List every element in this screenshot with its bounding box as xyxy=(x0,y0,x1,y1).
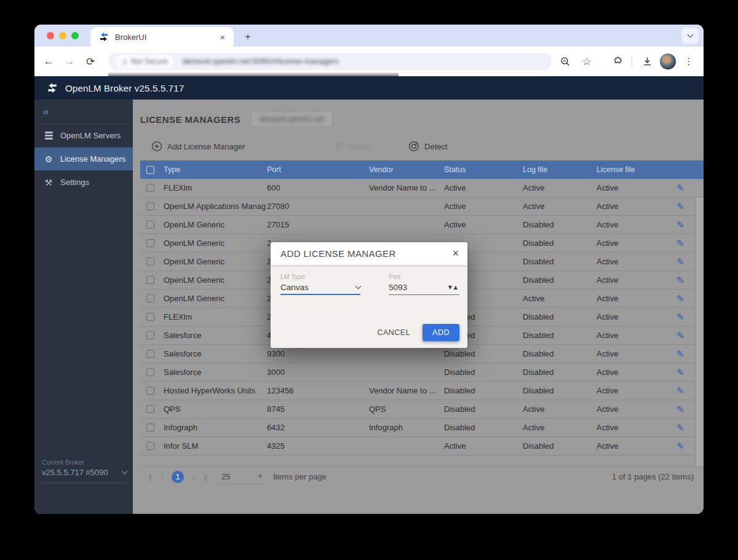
cell-status: Active xyxy=(444,441,523,451)
cell-logfile: Active xyxy=(523,202,597,211)
cell-port: 600 xyxy=(267,183,369,192)
cell-type: QPS xyxy=(164,404,267,414)
extensions-icon[interactable] xyxy=(608,53,625,70)
row-checkbox[interactable] xyxy=(146,221,154,229)
number-spinner-icons[interactable]: ▼▲ xyxy=(448,285,459,290)
bookmark-star-icon[interactable]: ☆ xyxy=(578,53,595,70)
browser-toolbar: ← → ⟳ ⚠ Not Secure demov4.openlm.net:509… xyxy=(34,47,704,76)
row-checkbox[interactable] xyxy=(146,350,154,358)
table-row[interactable]: QPS 8745 QPS Disabled Active Active ✎ xyxy=(140,400,704,419)
zoom-out-icon[interactable] xyxy=(557,53,574,70)
row-checkbox[interactable] xyxy=(146,424,154,432)
table-row[interactable]: Infograph 6432 Infograph Disabled Active… xyxy=(140,419,704,437)
first-page-button[interactable]: |‹ xyxy=(149,472,153,481)
tab-search-button[interactable] xyxy=(681,28,699,44)
dialog-title: ADD LICENSE MANAGER xyxy=(280,248,452,259)
cell-logfile: Disabled xyxy=(523,220,597,229)
table-scrollbar-track[interactable] xyxy=(696,197,704,467)
sidebar-item-license-managers[interactable]: ⚙ License Managers xyxy=(34,148,133,171)
row-checkbox[interactable] xyxy=(146,294,154,302)
column-header-vendor[interactable]: Vendor xyxy=(369,165,444,174)
current-page-badge[interactable]: 1 xyxy=(172,471,184,483)
url-text: demov4.openlm.net:5090/#/license-manager… xyxy=(183,57,339,66)
cell-vendor: Vendor Name to ... xyxy=(369,386,444,395)
cancel-button[interactable]: CANCEL xyxy=(377,328,410,337)
row-checkbox[interactable] xyxy=(146,239,154,247)
delete-button[interactable]: Delete xyxy=(333,141,371,152)
column-header-type[interactable]: Type xyxy=(164,165,267,174)
row-checkbox[interactable] xyxy=(146,405,154,413)
last-page-button[interactable]: ›| xyxy=(203,472,207,481)
profile-avatar[interactable] xyxy=(660,53,676,69)
sidebar-item-openlm-servers[interactable]: OpenLM Servers xyxy=(34,124,133,148)
cell-logfile: Disabled xyxy=(523,368,597,377)
lm-type-value: Canvas xyxy=(280,283,309,292)
traffic-lights xyxy=(47,32,79,39)
row-checkbox[interactable] xyxy=(146,276,154,284)
column-header-status[interactable]: Status xyxy=(444,165,523,174)
edit-pencil-icon[interactable]: ✎ xyxy=(676,183,704,194)
cell-licensefile: Active xyxy=(597,312,676,321)
forward-button[interactable]: → xyxy=(59,55,80,68)
close-window-button[interactable] xyxy=(47,32,54,39)
cell-type: OpenLM Generic xyxy=(164,275,267,285)
detect-button[interactable]: Detect xyxy=(408,141,448,152)
table-row[interactable]: FLEXlm 600 Vendor Name to ... Active Act… xyxy=(140,179,704,197)
column-header-licensefile[interactable]: License file xyxy=(597,165,676,174)
row-checkbox[interactable] xyxy=(146,387,154,395)
delete-label: Delete xyxy=(348,142,371,151)
row-checkbox[interactable] xyxy=(146,442,154,450)
column-header-port[interactable]: Port xyxy=(267,165,369,174)
cell-port: 4325 xyxy=(267,441,369,451)
row-checkbox[interactable] xyxy=(146,331,154,339)
add-license-manager-button[interactable]: Add License Manager xyxy=(151,141,245,152)
row-checkbox[interactable] xyxy=(146,368,154,376)
cell-logfile: Disabled xyxy=(523,331,597,340)
next-page-button[interactable]: › xyxy=(192,472,194,481)
current-broker-select[interactable]: Current Broker v25.5.5.717 #5090 xyxy=(42,459,127,483)
row-checkbox[interactable] xyxy=(146,184,154,192)
port-field[interactable]: Port 5093 ▼▲ xyxy=(389,273,459,295)
sidebar-item-settings[interactable]: ⚒ Settings xyxy=(34,171,133,194)
gear-icon: ⚙ xyxy=(43,154,54,164)
toolbar-separator xyxy=(632,56,632,67)
add-button[interactable]: ADD xyxy=(423,324,459,341)
page-size-select[interactable]: 25 ▼ xyxy=(220,470,263,484)
minimize-window-button[interactable] xyxy=(59,32,66,39)
cell-vendor: Vendor Name to ... xyxy=(369,183,444,192)
dialog-close-icon[interactable]: × xyxy=(452,247,459,260)
not-secure-chip[interactable]: ⚠ Not Secure xyxy=(116,55,174,68)
row-checkbox[interactable] xyxy=(146,258,154,266)
cell-licensefile: Active xyxy=(597,275,676,285)
address-bar[interactable]: ⚠ Not Secure demov4.openlm.net:5090/#/li… xyxy=(108,53,552,70)
lm-type-field[interactable]: LM Type Canvas xyxy=(280,273,360,295)
screenshot-canvas: BrokerUI × + ← → ⟳ ⚠ Not Secure demov4.o… xyxy=(0,0,738,560)
cell-status: Disabled xyxy=(444,368,523,377)
sidebar-item-label: License Managers xyxy=(60,154,125,164)
cell-status: Disabled xyxy=(444,349,523,358)
maximize-window-button[interactable] xyxy=(71,32,79,39)
prev-page-button[interactable]: ‹ xyxy=(161,472,163,481)
back-button[interactable]: ← xyxy=(38,55,59,68)
cell-type: Salesforce xyxy=(164,331,267,340)
reload-button[interactable]: ⟳ xyxy=(80,55,101,68)
sidebar-collapse-button[interactable]: « xyxy=(34,100,133,124)
table-row[interactable]: Hosted HyperWorks Units 123456 Vendor Na… xyxy=(140,382,704,400)
tab-close-icon[interactable]: × xyxy=(217,32,228,42)
row-checkbox[interactable] xyxy=(146,313,154,321)
add-license-manager-dialog: ADD LICENSE MANAGER × LM Type Canvas Por… xyxy=(271,242,467,348)
downloads-icon[interactable] xyxy=(638,53,656,70)
browser-menu-kebab-icon[interactable]: ⋮ xyxy=(680,53,697,70)
select-all-checkbox[interactable] xyxy=(146,166,154,174)
table-row[interactable]: Infor SLM 4325 Active Disabled Active ✎ xyxy=(140,437,704,455)
table-row[interactable]: OpenLM Generic 27015 Active Disabled Act… xyxy=(140,216,704,234)
browser-tab-brokerui[interactable]: BrokerUI × xyxy=(90,27,234,47)
cell-port: 9300 xyxy=(267,349,369,358)
new-tab-button[interactable]: + xyxy=(240,29,256,45)
chevron-down-icon xyxy=(122,468,128,475)
cell-port: 8745 xyxy=(267,404,369,414)
table-row[interactable]: Salesforce 3000 Disabled Disabled Active… xyxy=(140,363,704,382)
column-header-logfile[interactable]: Log file xyxy=(523,165,597,174)
row-checkbox[interactable] xyxy=(146,202,154,210)
table-row[interactable]: OpenLM Applications Manag 27080 Active A… xyxy=(140,197,704,216)
